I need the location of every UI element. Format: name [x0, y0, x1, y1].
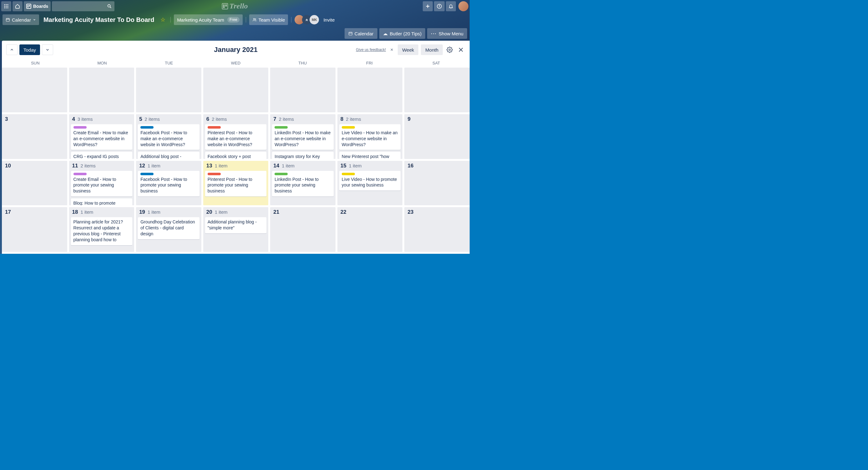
- cell-header: 112 items: [71, 163, 132, 169]
- calendar-card[interactable]: Facebook Post - How to make an e-commerc…: [138, 124, 199, 150]
- item-count: 1 item: [148, 163, 160, 168]
- visibility-button[interactable]: Team Visible: [249, 14, 288, 25]
- calendar-card[interactable]: Pinterest Post - How to make an e-commer…: [205, 124, 267, 150]
- calendar-cell[interactable]: [69, 67, 134, 112]
- cell-header: 21: [272, 209, 334, 215]
- day-number: 3: [5, 116, 8, 122]
- prev-button[interactable]: [6, 45, 18, 55]
- calendar-cell[interactable]: 141 itemLinkedIn Post - How to promote y…: [270, 161, 336, 206]
- svg-point-23: [253, 19, 254, 20]
- calendar-cell[interactable]: [270, 67, 336, 112]
- chevron-down-icon: [33, 18, 36, 21]
- svg-point-2: [7, 4, 8, 5]
- calendar-card[interactable]: Create Email - How to make an e-commerce…: [71, 124, 132, 150]
- calendar-cell[interactable]: [404, 67, 470, 112]
- calendar-cell[interactable]: [337, 67, 403, 112]
- calendar-cell[interactable]: 201 itemAdditional planning blog - "simp…: [203, 207, 269, 252]
- apps-menu-button[interactable]: [1, 1, 11, 11]
- calendar-cell[interactable]: [203, 67, 269, 112]
- calendar-cell[interactable]: 62 itemsPinterest Post - How to make an …: [203, 114, 269, 159]
- calendar-card[interactable]: Additional planning blog - "simple more": [205, 217, 267, 233]
- calendar-powerup-button[interactable]: Calendar: [345, 28, 377, 39]
- user-avatar[interactable]: [458, 1, 468, 11]
- calendar-card[interactable]: Additional blog post -: [138, 152, 199, 159]
- calendar-card[interactable]: Live Video - How to promote your sewing …: [339, 171, 401, 191]
- calendar-card[interactable]: Planning article for 2021? Resurrect and…: [71, 217, 132, 245]
- svg-rect-27: [383, 35, 388, 35]
- calendar-cell[interactable]: 181 itemPlanning article for 2021? Resur…: [69, 207, 134, 252]
- calendar-card[interactable]: LinkedIn Post - How to promote your sewi…: [272, 171, 334, 197]
- boards-button[interactable]: Boards: [24, 1, 51, 11]
- cell-header: 9: [406, 116, 468, 122]
- calendar-cell[interactable]: 191 itemGroundhog Day Celebration of Cli…: [136, 207, 202, 252]
- feedback-link[interactable]: Give us feedback!: [356, 48, 386, 52]
- info-button[interactable]: [434, 1, 445, 11]
- day-number: 10: [5, 163, 11, 169]
- calendar-card[interactable]: Facebook story + post: [205, 152, 267, 159]
- day-number: 22: [341, 209, 346, 215]
- today-button[interactable]: Today: [20, 45, 40, 55]
- card-label: [208, 126, 221, 128]
- calendar-card[interactable]: Create Email - How to promote your sewin…: [71, 171, 132, 197]
- calendar-cell[interactable]: [2, 67, 67, 112]
- show-menu-button[interactable]: ··· Show Menu: [427, 28, 467, 39]
- feedback-close[interactable]: ✕: [389, 48, 395, 52]
- item-count: 2 items: [145, 116, 160, 122]
- week-view-button[interactable]: Week: [398, 45, 418, 55]
- info-icon: [436, 3, 442, 9]
- calendar-cell[interactable]: 3: [2, 114, 67, 159]
- calendar-card[interactable]: Facebook Post - How to promote your sewi…: [138, 171, 199, 197]
- card-title: Create Email - How to promote your sewin…: [73, 176, 130, 194]
- cell-header: 72 items: [272, 116, 334, 122]
- view-switcher[interactable]: Calendar: [2, 14, 39, 25]
- calendar-cell[interactable]: 17: [2, 207, 67, 252]
- next-button[interactable]: [42, 45, 53, 55]
- board-title[interactable]: Marketing Acuity Master To Do Board: [41, 16, 157, 24]
- chevron-down-icon: [45, 48, 50, 52]
- card-title: Additional planning blog - "simple more": [208, 219, 264, 231]
- calendar-card[interactable]: LinkedIn Post - How to make an e-commerc…: [272, 124, 334, 150]
- calendar-cell[interactable]: 10: [2, 161, 67, 206]
- calendar-cell[interactable]: 72 itemsLinkedIn Post - How to make an e…: [270, 114, 336, 159]
- calendar-icon: [348, 31, 353, 36]
- calendar-cell[interactable]: 21: [270, 207, 336, 252]
- create-button[interactable]: [423, 1, 433, 11]
- notifications-button[interactable]: [446, 1, 456, 11]
- calendar-cell[interactable]: 22: [337, 207, 403, 252]
- calendar-card[interactable]: CRG - expand IG posts: [71, 152, 132, 159]
- month-view-button[interactable]: Month: [421, 45, 443, 55]
- calendar-cell[interactable]: 112 itemsCreate Email - How to promote y…: [69, 161, 134, 206]
- star-button[interactable]: ☆: [158, 16, 167, 23]
- day-number: 5: [139, 116, 142, 122]
- dow-label: TUE: [135, 59, 202, 67]
- calendar-cell[interactable]: 52 itemsFacebook Post - How to make an e…: [136, 114, 202, 159]
- calendar-cell[interactable]: 43 itemsCreate Email - How to make an e-…: [69, 114, 134, 159]
- card-title: Live Video - How to make an e-commerce w…: [342, 130, 398, 148]
- day-number: 21: [273, 209, 279, 215]
- invite-button[interactable]: Invite: [321, 17, 337, 23]
- calendar-card[interactable]: Blog: How to promote: [71, 198, 132, 205]
- calendar-cell[interactable]: [136, 67, 202, 112]
- settings-button[interactable]: [445, 46, 454, 54]
- calendar-cell[interactable]: 82 itemsLive Video - How to make an e-co…: [337, 114, 403, 159]
- butler-button[interactable]: Butler (20 Tips): [379, 28, 426, 39]
- calendar-card[interactable]: Groundhog Day Celebration of Clients - d…: [138, 217, 199, 239]
- calendar-cell[interactable]: 23: [404, 207, 470, 252]
- calendar-card[interactable]: Instagram story for Key: [272, 152, 334, 159]
- card-title: Facebook story + post: [208, 154, 264, 159]
- calendar-grid: 343 itemsCreate Email - How to make an e…: [2, 67, 470, 254]
- trello-logo[interactable]: Trello: [222, 2, 248, 10]
- calendar-card[interactable]: Live Video - How to make an e-commerce w…: [339, 124, 401, 150]
- calendar-cell[interactable]: 16: [404, 161, 470, 206]
- calendar-cell[interactable]: 121 itemFacebook Post - How to promote y…: [136, 161, 202, 206]
- member-avatar[interactable]: MK: [310, 15, 319, 24]
- close-button[interactable]: [457, 46, 465, 54]
- calendar-cell[interactable]: 131 itemPinterest Post - How to promote …: [203, 161, 269, 206]
- home-button[interactable]: [12, 1, 23, 11]
- calendar-cell[interactable]: 9: [404, 114, 470, 159]
- search-input[interactable]: [52, 1, 115, 11]
- calendar-card[interactable]: New Pinterest post "how: [339, 152, 401, 159]
- calendar-cell[interactable]: 151 itemLive Video - How to promote your…: [337, 161, 403, 206]
- calendar-card[interactable]: Pinterest Post - How to promote your sew…: [205, 171, 267, 197]
- team-button[interactable]: Marketing Acuity Team Free: [174, 14, 242, 25]
